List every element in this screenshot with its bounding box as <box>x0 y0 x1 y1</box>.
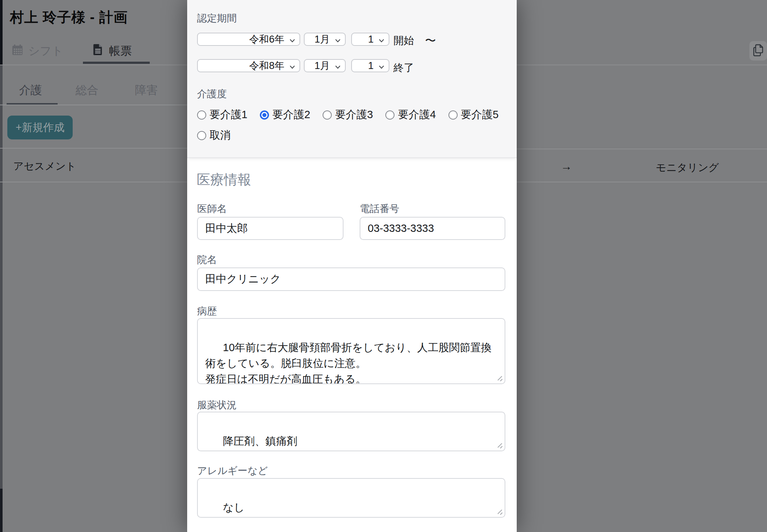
subtab-shogai[interactable]: 障害 <box>135 83 158 98</box>
doctor-name-label: 医師名 <box>197 202 227 215</box>
medication-text: 降圧剤、鎮痛剤 <box>223 435 297 447</box>
end-year-select[interactable]: 令和8年 <box>197 59 300 72</box>
left-sidebar-edge <box>0 0 3 65</box>
resize-handle-icon[interactable] <box>497 442 502 448</box>
chevron-down-icon <box>290 34 295 45</box>
left-sidebar-edge-bottom <box>0 489 3 532</box>
chevron-down-icon <box>335 34 341 45</box>
care-level-radio-4[interactable]: 要介護4 <box>385 108 436 122</box>
left-sidebar-scrollbar[interactable] <box>0 65 3 489</box>
chevron-down-icon <box>335 60 341 72</box>
allergy-text: なし <box>223 502 244 513</box>
end-caption: 終了 <box>393 61 414 75</box>
subtab-kaigo[interactable]: 介護 <box>19 83 42 98</box>
right-list-bottom-border <box>517 182 767 182</box>
medical-history-label: 病歴 <box>197 305 217 318</box>
care-level-radio-2[interactable]: 要介護2 <box>260 108 310 122</box>
list-header-top-border <box>0 148 187 149</box>
start-day-select[interactable]: 1 <box>351 33 389 46</box>
monitoring-column-header: モニタリング <box>656 161 719 175</box>
resize-handle-icon[interactable] <box>497 509 502 515</box>
doctor-name-input[interactable] <box>197 217 343 240</box>
care-level-option-label: 要介護3 <box>335 108 373 122</box>
tab-forms[interactable]: 帳票 <box>92 43 132 59</box>
start-year-value: 令和6年 <box>249 33 284 46</box>
start-year-select[interactable]: 令和6年 <box>197 33 300 46</box>
right-list-top-border <box>517 149 767 149</box>
care-level-label: 介護度 <box>197 87 227 101</box>
end-month-value: 1月 <box>315 59 330 72</box>
active-tab-underline <box>83 62 150 64</box>
clinic-name-input[interactable] <box>197 267 505 291</box>
care-level-radio-5[interactable]: 要介護5 <box>448 108 499 122</box>
medical-history-text: 10年前に右大腿骨頚部骨折をしており、人工股関節置換術をしている。脱臼肢位に注意… <box>205 342 492 384</box>
care-level-radio-3[interactable]: 要介護3 <box>323 108 373 122</box>
page-title: 村上 玲子様 - 計画 <box>10 8 128 27</box>
start-month-value: 1月 <box>315 33 330 46</box>
clinic-name-label: 院名 <box>197 253 217 266</box>
care-level-option-label: 取消 <box>210 128 231 143</box>
subtab-divider <box>0 105 187 105</box>
resize-handle-icon[interactable] <box>497 375 502 381</box>
subtab-sogo[interactable]: 総合 <box>76 83 98 98</box>
radio-unselected-icon[interactable] <box>197 110 206 120</box>
end-day-value: 1 <box>368 60 374 72</box>
care-level-radio-6[interactable]: 取消 <box>197 128 231 143</box>
chevron-down-icon <box>290 60 295 72</box>
list-header-bottom-border <box>0 182 187 182</box>
care-level-radio-group: 要介護1要介護2要介護3要介護4要介護5取消 <box>197 108 509 143</box>
assessment-column-header: アセスメント <box>13 159 76 173</box>
phone-number-label: 電話番号 <box>360 202 399 215</box>
start-caption: 開始 <box>393 34 414 48</box>
new-create-button[interactable]: +新規作成 <box>7 116 73 139</box>
radio-unselected-icon[interactable] <box>385 110 395 120</box>
radio-unselected-icon[interactable] <box>323 110 332 120</box>
allergy-textarea[interactable]: なし <box>197 478 505 518</box>
care-level-option-label: 要介護2 <box>272 108 310 122</box>
range-tilde: 〜 <box>425 33 436 48</box>
start-day-value: 1 <box>368 34 374 45</box>
allergy-label: アレルギーなど <box>197 464 268 477</box>
medical-info-heading: 医療情報 <box>197 171 251 189</box>
care-level-radio-1[interactable]: 要介護1 <box>197 108 247 122</box>
phone-number-input[interactable] <box>360 217 505 240</box>
certification-period-label: 認定期間 <box>197 12 237 25</box>
radio-selected-icon[interactable] <box>260 110 269 120</box>
medication-label: 服薬状況 <box>197 398 237 412</box>
copy-icon <box>752 44 764 58</box>
radio-unselected-icon[interactable] <box>448 110 458 120</box>
document-icon <box>92 43 104 59</box>
tab-shift[interactable]: シフト <box>11 43 63 59</box>
chevron-down-icon <box>379 34 384 45</box>
calendar-icon <box>11 44 23 59</box>
end-year-value: 令和8年 <box>249 59 284 72</box>
end-day-select[interactable]: 1 <box>351 59 389 72</box>
start-month-select[interactable]: 1月 <box>304 33 346 46</box>
tab-shift-label: シフト <box>28 43 63 59</box>
medical-history-textarea[interactable]: 10年前に右大腿骨頚部骨折をしており、人工股関節置換術をしている。脱臼肢位に注意… <box>197 318 505 384</box>
radio-unselected-icon[interactable] <box>197 131 206 140</box>
arrow-column-header: → <box>561 160 572 173</box>
care-level-option-label: 要介護4 <box>398 108 436 122</box>
care-level-option-label: 要介護5 <box>461 108 499 122</box>
end-month-select[interactable]: 1月 <box>304 59 346 72</box>
radio-dot <box>262 113 266 117</box>
care-level-option-label: 要介護1 <box>210 108 247 122</box>
copy-button[interactable] <box>749 41 767 61</box>
chevron-down-icon <box>379 60 384 72</box>
screen: 村上 玲子様 - 計画 シフト <box>0 0 767 532</box>
tab-forms-label: 帳票 <box>109 43 132 59</box>
medication-textarea[interactable]: 降圧剤、鎮痛剤 <box>197 412 505 451</box>
care-plan-edit-modal: 認定期間 令和6年 1月 1 開始 〜 令和8年 1月 1 終了 <box>187 0 517 532</box>
